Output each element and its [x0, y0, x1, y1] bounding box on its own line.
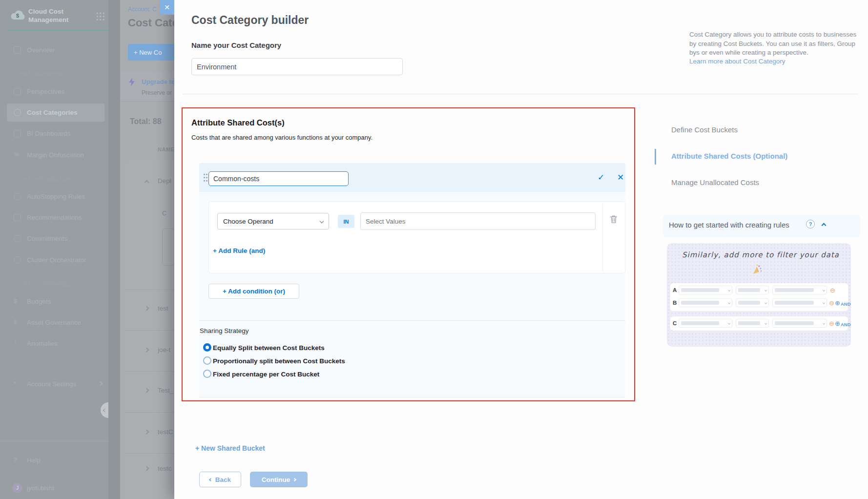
- new-shared-bucket-button[interactable]: + New Shared Bucket: [195, 444, 265, 452]
- chevron-left-icon: [209, 478, 212, 481]
- add-rule-icon: ⊕: [835, 320, 840, 327]
- row-label: C: [673, 320, 677, 326]
- sidebar-item-margin-obfuscation[interactable]: Margin Obfuscation: [27, 151, 84, 159]
- sidebar-item-overview[interactable]: Overview: [27, 46, 54, 54]
- chevron-left-icon: [103, 408, 106, 412]
- home-icon: [14, 46, 21, 54]
- radio-proportionally-split[interactable]: [203, 356, 211, 365]
- avatar[interactable]: J: [12, 483, 22, 493]
- shared-bucket-header: ✓ ✕: [199, 163, 625, 192]
- sidebar-section-cost-optimization: COST OPTIMIZATION: [16, 177, 72, 182]
- add-rule-icon: ⊕: [835, 299, 840, 307]
- step-manage-unallocated-costs[interactable]: Manage Unallocated Costs: [671, 178, 759, 187]
- operator-badge[interactable]: IN: [338, 215, 354, 228]
- continue-button[interactable]: Continue: [250, 472, 308, 487]
- module-grid-icon[interactable]: [96, 12, 104, 21]
- cluster-orchestrator-icon: [14, 256, 21, 264]
- radio-label[interactable]: Equally Split between Cost Buckets: [213, 344, 325, 352]
- sidebar-item-asset-governance[interactable]: Asset Governance: [27, 319, 81, 326]
- trash-icon[interactable]: [610, 215, 618, 226]
- sidebar-item-help[interactable]: Help: [27, 457, 41, 464]
- header-divider: [183, 94, 858, 94]
- howto-title: How to get started with creating rules: [669, 221, 789, 229]
- sidebar-item-anomalies[interactable]: Anomalies: [27, 340, 58, 347]
- table-row[interactable]: testC: [158, 428, 173, 436]
- sidebar-item-cost-categories[interactable]: Cost Categories: [27, 109, 78, 116]
- and-label: AND: [841, 301, 851, 307]
- strategy-divider: [199, 320, 625, 321]
- cost-category-builder-drawer: Cost Category builder Name your Cost Cat…: [174, 0, 868, 499]
- user-name[interactable]: jyoti.bisht: [27, 484, 54, 492]
- sidebar-item-cluster-orchestrator[interactable]: Cluster Orchestrator: [27, 256, 86, 264]
- operand-select[interactable]: Choose Operand: [217, 213, 329, 229]
- cost-categories-icon: [14, 109, 21, 116]
- radio-fixed-percentage[interactable]: [203, 370, 211, 378]
- sidebar-item-account-settings[interactable]: Account Settings: [27, 380, 76, 388]
- page-title: Cost Cate: [128, 17, 178, 29]
- remove-rule-icon: ⊖: [829, 299, 834, 307]
- asset-governance-icon: $: [14, 318, 17, 326]
- learn-more-link[interactable]: Learn more about Cost Category: [689, 58, 785, 65]
- step-attribute-shared-costs[interactable]: Attribute Shared Costs (Optional): [671, 152, 787, 160]
- close-icon[interactable]: ✕: [160, 0, 174, 15]
- confirm-bucket-icon[interactable]: ✓: [598, 172, 604, 183]
- table-row[interactable]: test: [158, 305, 168, 312]
- and-label: AND: [841, 322, 851, 327]
- table-row[interactable]: Test_: [158, 387, 173, 394]
- drawer-title: Cost Category builder: [191, 14, 309, 27]
- svg-text:$: $: [16, 13, 19, 19]
- radio-label[interactable]: Fixed percentage per Cost Bucket: [213, 371, 319, 378]
- chevron-down-icon: [320, 219, 324, 223]
- howto-note: Similarly, add more to filter your data: [678, 250, 844, 259]
- operand-select-value: Choose Operand: [223, 218, 273, 225]
- sidebar-item-bi-dashboards[interactable]: BI Dashboards: [27, 130, 70, 137]
- table-row[interactable]: testc: [158, 465, 172, 472]
- back-button[interactable]: Back: [199, 472, 241, 487]
- remove-rule-icon: ⊖: [829, 320, 834, 327]
- bucket-name-input[interactable]: [208, 171, 349, 186]
- commitments-icon: [14, 235, 21, 242]
- remove-rule-icon: ⊖: [830, 287, 835, 294]
- radio-equally-split[interactable]: [203, 343, 211, 352]
- shared-costs-heading: Attribute Shared Cost(s): [191, 118, 285, 127]
- attribute-shared-costs-section: Attribute Shared Cost(s) Costs that are …: [182, 107, 635, 401]
- example-rule-card: C ⊖ ⊕ AND: [670, 316, 848, 331]
- margin-obfuscation-icon: %: [14, 151, 20, 158]
- upgrade-title[interactable]: Upgrade to: [142, 78, 175, 85]
- name-column-header: NAME: [158, 146, 174, 152]
- sidebar-item-commitments[interactable]: Commitments: [27, 235, 67, 242]
- lightning-icon: [128, 77, 136, 89]
- table-row[interactable]: joe-t: [158, 346, 170, 353]
- budgets-icon: $: [14, 297, 17, 305]
- sidebar-divider: [8, 30, 108, 31]
- help-circle-icon[interactable]: ?: [806, 220, 815, 229]
- drag-handle-icon[interactable]: [203, 173, 208, 183]
- howto-illustration-panel: Similarly, add more to filter your data …: [667, 243, 851, 347]
- sidebar: $ Cloud Cost Management Overview COST RE…: [0, 0, 108, 499]
- gear-icon: *: [14, 380, 16, 387]
- app-screen: $ Cloud Cost Management Overview COST RE…: [0, 0, 868, 499]
- sidebar-item-recommendations[interactable]: Recommendations: [27, 214, 82, 221]
- add-condition-button[interactable]: + Add condition (or): [208, 284, 299, 299]
- add-rule-button[interactable]: + Add Rule (and): [213, 247, 265, 254]
- account-breadcrumb: Account: C: [128, 6, 157, 13]
- cost-category-info-text: Cost Category allows you to attribute co…: [689, 30, 865, 58]
- sidebar-item-autostopping[interactable]: AutoStopping Rules: [27, 193, 85, 200]
- sidebar-item-budgets[interactable]: Budgets: [27, 298, 51, 305]
- step-define-cost-buckets[interactable]: Define Cost Buckets: [671, 125, 738, 134]
- rule-card-divider: [602, 204, 603, 271]
- perspectives-icon: [14, 88, 21, 95]
- bi-dashboards-icon: [14, 130, 21, 137]
- row-label: B: [673, 300, 677, 306]
- select-values-input[interactable]: [360, 212, 596, 230]
- chevron-right-icon: [293, 478, 296, 481]
- table-row[interactable]: Depl: [158, 177, 171, 185]
- row-label: A: [673, 287, 677, 293]
- active-step-indicator: [655, 149, 656, 165]
- cancel-bucket-icon[interactable]: ✕: [617, 172, 624, 183]
- radio-label[interactable]: Proportionally split between Cost Bucket…: [213, 357, 345, 365]
- sidebar-item-perspectives[interactable]: Perspectives: [27, 88, 64, 95]
- sharing-strategy-label: Sharing Strategy: [200, 327, 249, 334]
- cost-category-name-input[interactable]: [191, 58, 403, 75]
- upgrade-subtitle: Preserve or: [142, 89, 172, 96]
